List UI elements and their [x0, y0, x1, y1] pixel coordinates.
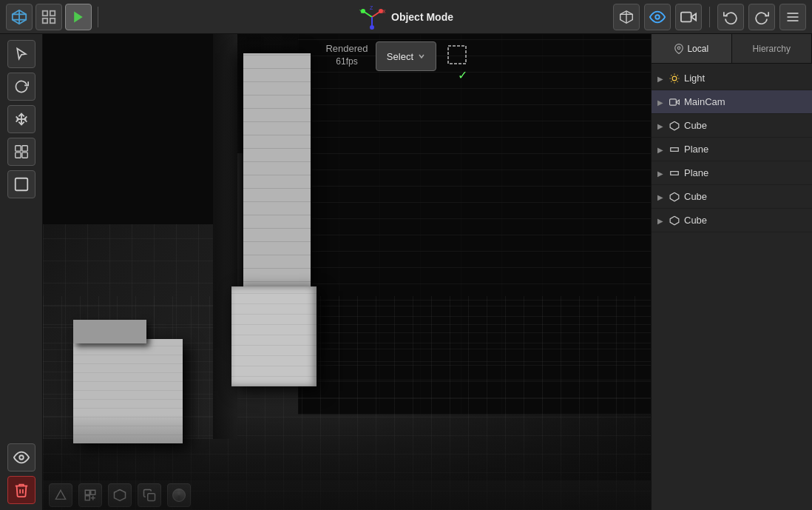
svg-rect-52	[671, 171, 679, 175]
tab-hierarchy[interactable]: Hierarchy	[732, 34, 813, 63]
floor-reflection	[43, 415, 651, 510]
svg-rect-6	[50, 18, 55, 22]
svg-rect-28	[15, 152, 20, 158]
svg-rect-26	[15, 146, 20, 151]
hier-arrow-cube2: ▶	[657, 193, 665, 201]
rendered-view-icon-btn[interactable]	[644, 4, 671, 30]
svg-text:X: X	[382, 9, 385, 14]
app: X Y Z Object Mode	[0, 0, 812, 510]
svg-rect-50	[670, 98, 677, 104]
right-panel: Local Hierarchy ▶	[651, 34, 812, 510]
svg-text:Y: Y	[359, 9, 363, 14]
cube-hier-icon-3	[669, 215, 680, 226]
local-tab-label: Local	[687, 44, 708, 54]
svg-marker-7	[74, 11, 83, 22]
hierarchy-item-plane2[interactable]: ▶ Plane	[652, 161, 812, 185]
ceiling-left	[43, 34, 213, 224]
svg-point-40	[678, 47, 681, 50]
svg-point-31	[19, 455, 24, 460]
layer-btn[interactable]	[7, 138, 35, 166]
hier-label-maincam: MainCam	[684, 96, 806, 107]
tab-local[interactable]: Local	[652, 34, 732, 63]
svg-rect-3	[43, 10, 47, 15]
svg-rect-30	[15, 178, 27, 191]
svg-line-44	[671, 75, 671, 76]
viewport[interactable]: Rendered 61fps ✓ Select	[43, 34, 651, 510]
svg-point-41	[672, 76, 677, 81]
menu-btn[interactable]	[779, 4, 806, 30]
hier-label-plane2: Plane	[684, 167, 806, 178]
hierarchy-item-maincam[interactable]: ▶ MainCam	[652, 90, 812, 114]
hierarchy-item-cube1[interactable]: ▶ Cube	[652, 114, 812, 138]
hier-arrow-plane1: ▶	[657, 146, 665, 153]
camera-hier-icon	[669, 97, 680, 107]
separator-2	[709, 7, 710, 27]
hier-arrow-cube3: ▶	[657, 217, 665, 224]
refresh-btn[interactable]	[7, 73, 35, 101]
eye-btn[interactable]	[7, 443, 35, 472]
svg-text:Z: Z	[370, 5, 373, 10]
top-center: X Y Z Object Mode	[359, 4, 453, 30]
svg-point-13	[370, 25, 374, 30]
3d-view-icon-btn[interactable]	[613, 4, 640, 30]
svg-rect-27	[21, 146, 27, 151]
selection-box-container	[447, 44, 467, 65]
axis-gizmo: X Y Z	[359, 4, 385, 30]
select-button[interactable]: Select	[376, 41, 436, 71]
frame-icon-btn[interactable]	[35, 4, 62, 30]
svg-rect-29	[21, 152, 27, 158]
hierarchy-item-light[interactable]: ▶ Light	[652, 67, 812, 90]
select-dropdown-icon	[418, 53, 425, 60]
hier-arrow-cube1: ▶	[657, 122, 665, 130]
hier-arrow-maincam: ▶	[657, 98, 665, 106]
hierarchy-tab-label: Hierarchy	[753, 44, 791, 54]
pedestal-object	[73, 320, 146, 343]
left-sidebar	[0, 34, 43, 510]
svg-point-19	[655, 15, 660, 19]
plane-hier-icon-2	[669, 168, 680, 178]
chair-seat-object	[231, 286, 317, 386]
top-toolbar: X Y Z Object Mode	[0, 0, 812, 34]
svg-rect-4	[50, 10, 55, 15]
delete-btn[interactable]	[7, 476, 35, 504]
hier-label-cube2: Cube	[684, 191, 806, 202]
undo-btn[interactable]	[717, 4, 744, 30]
hier-label-light: Light	[684, 73, 806, 84]
svg-line-45	[677, 81, 678, 81]
toolbar-right	[613, 4, 806, 30]
svg-rect-5	[43, 18, 47, 22]
cube-hier-icon-1	[669, 121, 680, 131]
local-icon	[674, 44, 684, 54]
plane-hier-icon-1	[669, 144, 680, 155]
mode-label: Object Mode	[391, 11, 453, 23]
svg-rect-20	[681, 12, 691, 21]
select-label: Select	[387, 51, 413, 62]
move-tool-btn[interactable]	[7, 105, 35, 133]
svg-rect-32	[448, 46, 466, 64]
play-icon-btn[interactable]	[65, 4, 92, 30]
panel-header: Local Hierarchy	[652, 34, 812, 64]
cube-icon-btn[interactable]	[6, 4, 33, 30]
select-tool-btn[interactable]	[7, 40, 35, 68]
light-icon	[669, 73, 680, 84]
redo-btn[interactable]	[748, 4, 775, 30]
hier-arrow-plane2: ▶	[657, 170, 665, 177]
separator-1	[98, 7, 98, 27]
hier-label-plane1: Plane	[684, 144, 806, 155]
hierarchy-list: ▶ Light ▶	[652, 64, 812, 510]
svg-rect-51	[671, 147, 679, 151]
cube-hier-icon-2	[669, 192, 680, 202]
main-area: Rendered 61fps ✓ Select	[0, 34, 812, 510]
camera-icon-btn[interactable]	[675, 4, 702, 30]
selection-box-icon	[447, 44, 467, 65]
hier-label-cube1: Cube	[684, 120, 806, 131]
hierarchy-item-plane1[interactable]: ▶ Plane	[652, 138, 812, 161]
svg-line-48	[671, 81, 671, 81]
svg-line-49	[677, 75, 678, 76]
checkmark-icon: ✓	[458, 68, 467, 82]
hierarchy-item-cube3[interactable]: ▶ Cube	[652, 209, 812, 232]
hier-label-cube3: Cube	[684, 215, 806, 226]
hierarchy-item-cube2[interactable]: ▶ Cube	[652, 185, 812, 209]
square-btn[interactable]	[7, 170, 35, 198]
hier-arrow-light: ▶	[657, 75, 665, 82]
